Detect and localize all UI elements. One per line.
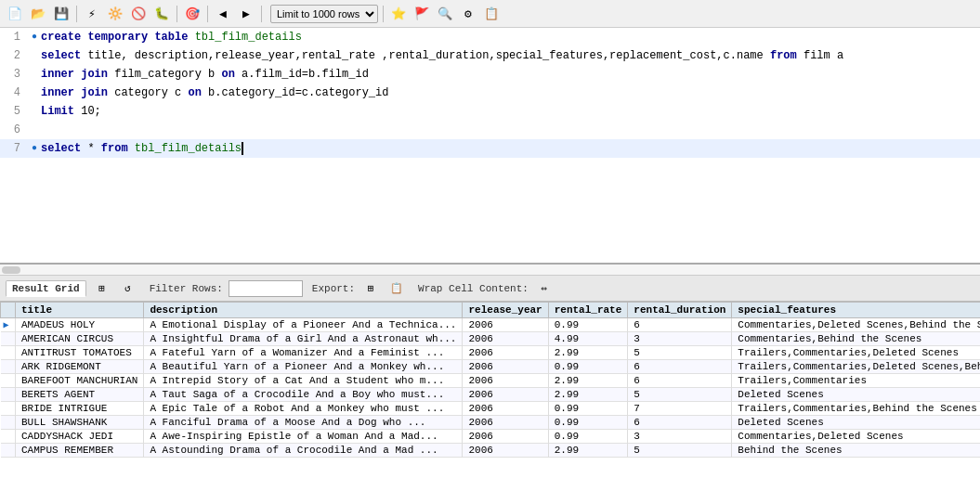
cell-special_features: Trailers,Commentaries,Deleted Scenes,Beh… (732, 360, 980, 374)
cell-description: A Emotional Display of a Pioneer And a T… (144, 318, 463, 332)
cell-title: CAMPUS REMEMBER (16, 444, 144, 458)
line-number-3: 3 (0, 65, 28, 84)
cell-description: A Beautiful Yarn of a Pioneer And a Monk… (144, 360, 463, 374)
result-table-wrap[interactable]: title description release_year rental_ra… (0, 302, 980, 478)
cell-title: AMERICAN CIRCUS (16, 332, 144, 346)
cell-title: BAREFOOT MANCHURIAN (16, 374, 144, 388)
export-btn[interactable]: ⊞ (360, 278, 381, 299)
grid-view-btn[interactable]: ⊞ (92, 278, 112, 299)
cell-rental_duration: 5 (628, 388, 732, 402)
cell-rental_rate: 0.99 (548, 430, 628, 444)
export-label: Export: (312, 283, 355, 294)
table-row: ARK RIDGEMONTA Beautiful Yarn of a Pione… (1, 360, 981, 374)
table-row: ▶AMADEUS HOLYA Emotional Display of a Pi… (1, 318, 981, 332)
cell-title: BULL SHAWSHANK (16, 416, 144, 430)
limit-select[interactable]: Limit to 1000 rowsLimit to 200 rowsDon't… (270, 5, 378, 23)
wrap-label: Wrap Cell Content: (418, 283, 529, 294)
table-row: BRIDE INTRIGUEA Epic Tale of a Robot And… (1, 402, 981, 416)
cell-release_year: 2006 (463, 430, 548, 444)
cell-special_features: Behind the Scenes (732, 444, 980, 458)
bottom-panel: Result Grid ⊞ ↺ Filter Rows: Export: ⊞ 📋… (0, 276, 980, 478)
cell-release_year: 2006 (463, 444, 548, 458)
table-row: BAREFOOT MANCHURIANA Intrepid Story of a… (1, 374, 981, 388)
run-btn[interactable]: 🔆 (105, 4, 125, 24)
col-arrow (1, 303, 16, 318)
hscroll-thumb[interactable] (2, 266, 20, 274)
cell-rental_duration: 3 (628, 430, 732, 444)
wrap-icon[interactable]: ⇔ (534, 278, 555, 299)
format-btn[interactable]: 📋 (481, 4, 502, 24)
cell-release_year: 2006 (463, 388, 548, 402)
export2-btn[interactable]: 📋 (386, 278, 407, 299)
sep4 (261, 6, 262, 22)
new-file-btn[interactable]: 📄 (5, 4, 25, 24)
col-rental_duration[interactable]: rental_duration (628, 303, 732, 318)
col-rental_rate[interactable]: rental_rate (548, 303, 628, 318)
row-arrow (1, 374, 16, 388)
row-arrow (1, 430, 16, 444)
cell-rental_rate: 0.99 (548, 416, 628, 430)
line-dot-1: ● (28, 28, 41, 46)
col-special_features[interactable]: special_features (732, 303, 980, 318)
cell-rental_duration: 6 (628, 374, 732, 388)
cell-rental_rate: 0.99 (548, 402, 628, 416)
cell-special_features: Deleted Scenes (732, 416, 980, 430)
filter-input[interactable] (229, 280, 303, 297)
cell-title: AMADEUS HOLY (16, 318, 144, 332)
col-title[interactable]: title (16, 303, 144, 318)
line-code-6 (41, 121, 980, 139)
row-arrow (1, 388, 16, 402)
line-number-4: 4 (0, 84, 28, 102)
cell-title: CADDYSHACK JEDI (16, 430, 144, 444)
debug-btn[interactable]: 🐛 (151, 4, 172, 24)
form-view-btn[interactable]: ↺ (118, 278, 138, 299)
line-code-5: Limit 10; (41, 102, 980, 121)
line-code-7: select * from tbl_film_details (41, 139, 980, 158)
cell-rental_duration: 5 (628, 444, 732, 458)
table-row: BERETS AGENTA Taut Saga of a Crocodile A… (1, 388, 981, 402)
cell-special_features: Commentaries,Deleted Scenes (732, 430, 980, 444)
save-btn[interactable]: 💾 (51, 4, 72, 24)
col-release_year[interactable]: release_year (463, 303, 548, 318)
line-code-1: create temporary table tbl_film_details (41, 28, 980, 46)
cell-rental_rate: 4.99 (548, 332, 628, 346)
line-code-4: inner join category c on b.category_id=c… (41, 84, 980, 102)
result-grid-tab[interactable]: Result Grid (6, 280, 86, 297)
table-row: CADDYSHACK JEDIA Awe-Inspiring Epistle o… (1, 430, 981, 444)
cell-title: BRIDE INTRIGUE (16, 402, 144, 416)
next-btn[interactable]: ▶ (236, 4, 256, 24)
open-btn[interactable]: 📂 (28, 4, 48, 24)
sql-editor[interactable]: 1 ● create temporary table tbl_film_deta… (0, 28, 980, 265)
cell-description: A Astounding Drama of a Crocodile And a … (144, 444, 463, 458)
cell-description: A Insightful Drama of a Girl And a Astro… (144, 332, 463, 346)
cell-special_features: Commentaries,Deleted Scenes,Behind the S… (732, 318, 980, 332)
cell-description: A Fanciful Drama of a Moose And a Dog wh… (144, 416, 463, 430)
editor-line-4: 4 inner join category c on b.category_id… (0, 84, 980, 102)
toolbar: 📄 📂 💾 ⚡ 🔆 🚫 🐛 🎯 ◀ ▶ Limit to 1000 rowsLi… (0, 0, 980, 28)
flag-btn[interactable]: 🚩 (412, 4, 432, 24)
stop-btn[interactable]: 🚫 (128, 4, 149, 24)
exec2-btn[interactable]: ⚙ (458, 4, 478, 24)
line-code-2: select title, description,release_year,r… (41, 46, 980, 65)
cell-special_features: Deleted Scenes (732, 388, 980, 402)
cell-description: A Awe-Inspiring Epistle of a Woman And a… (144, 430, 463, 444)
row-arrow (1, 444, 16, 458)
search2-btn[interactable]: 🔍 (435, 4, 455, 24)
cell-special_features: Trailers,Commentaries,Deleted Scenes (732, 346, 980, 360)
row-arrow (1, 360, 16, 374)
line-number-1: 1 (0, 28, 28, 46)
sep5 (383, 6, 384, 22)
editor-hscrollbar[interactable] (0, 265, 980, 276)
editor-line-2: 2 select title, description,release_year… (0, 46, 980, 65)
col-description[interactable]: description (144, 303, 463, 318)
editor-line-1: 1 ● create temporary table tbl_film_deta… (0, 28, 980, 46)
row-arrow (1, 416, 16, 430)
lightning-btn[interactable]: ⚡ (82, 4, 102, 24)
cell-description: A Intrepid Story of a Cat And a Student … (144, 374, 463, 388)
target-btn[interactable]: 🎯 (182, 4, 203, 24)
table-row: BULL SHAWSHANKA Fanciful Drama of a Moos… (1, 416, 981, 430)
cell-rental_rate: 0.99 (548, 360, 628, 374)
prev-btn[interactable]: ◀ (213, 4, 233, 24)
line-number-7: 7 (0, 139, 28, 158)
bookmark-btn[interactable]: ⭐ (388, 4, 409, 24)
